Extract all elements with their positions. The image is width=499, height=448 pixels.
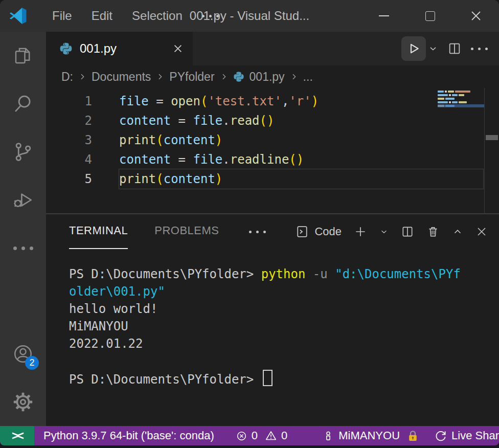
minimap-token bbox=[445, 91, 447, 93]
line-number: 5 bbox=[46, 172, 92, 186]
code-line-row: 2content = file.read() bbox=[46, 111, 499, 130]
ellipsis-icon bbox=[202, 15, 219, 17]
vscode-window: File Edit Selection 001.py - Visual Stud… bbox=[0, 0, 499, 445]
gear-icon bbox=[12, 391, 34, 413]
panel-more-icon[interactable] bbox=[249, 231, 266, 233]
code-token: open bbox=[171, 94, 200, 108]
minimap-token bbox=[452, 94, 458, 96]
close-button[interactable] bbox=[453, 0, 499, 32]
menu-more[interactable] bbox=[194, 13, 226, 19]
minimap-token bbox=[448, 91, 454, 93]
minimap-token bbox=[459, 94, 464, 96]
code-token: ) bbox=[267, 114, 274, 128]
minimap-line bbox=[438, 101, 485, 103]
tab-close-icon[interactable] bbox=[172, 43, 184, 54]
code-line[interactable]: content = file.read() bbox=[119, 110, 484, 131]
account-button[interactable]: 2 bbox=[0, 330, 46, 378]
code-token: file bbox=[193, 152, 223, 167]
tab-terminal[interactable]: TERMINAL bbox=[69, 214, 128, 249]
chevron-right-icon bbox=[156, 73, 164, 81]
code-token: ( bbox=[260, 114, 267, 128]
terminal-token: -u bbox=[313, 267, 328, 281]
tab-problems[interactable]: PROBLEMS bbox=[154, 214, 219, 249]
maximize-button[interactable] bbox=[407, 0, 453, 32]
remote-indicator[interactable]: >< bbox=[0, 426, 34, 445]
code-token: content bbox=[119, 114, 171, 128]
code-token: 'test.txt' bbox=[208, 94, 282, 108]
split-terminal-icon[interactable] bbox=[401, 225, 414, 238]
sidebar-item-explorer[interactable] bbox=[0, 32, 46, 80]
panel-header: TERMINAL PROBLEMS Code bbox=[46, 214, 499, 249]
split-editor-icon[interactable] bbox=[447, 41, 462, 56]
account-status[interactable]: MiMANYOU bbox=[315, 426, 427, 445]
menu-file[interactable]: File bbox=[44, 7, 80, 25]
breadcrumb: D: Documents PYfolder 001.py ... bbox=[46, 65, 499, 88]
sidebar-item-more[interactable] bbox=[0, 224, 46, 272]
breadcrumb-item-pyfolder[interactable]: PYfolder bbox=[169, 70, 214, 84]
terminal-token bbox=[328, 267, 335, 281]
menubar: File Edit Selection bbox=[44, 7, 226, 25]
code-line[interactable]: print(content) bbox=[119, 169, 484, 189]
code-line[interactable]: content = file.readline() bbox=[119, 149, 484, 170]
terminal-profile-button[interactable]: Code bbox=[295, 225, 342, 239]
more-actions-icon[interactable] bbox=[471, 48, 488, 50]
code-line-row: 4content = file.readline() bbox=[46, 150, 499, 169]
code-token: ) bbox=[297, 152, 304, 167]
code-line[interactable]: print(content) bbox=[119, 130, 484, 150]
chevron-down-icon[interactable] bbox=[379, 227, 389, 236]
python-interpreter-status[interactable]: Python 3.9.7 64-bit ('base': conda) bbox=[34, 426, 221, 445]
minimap-token bbox=[438, 98, 444, 100]
run-button[interactable] bbox=[401, 36, 426, 61]
tab-001py[interactable]: 001.py bbox=[46, 32, 193, 65]
warning-count: 0 bbox=[281, 429, 287, 442]
lock-icon bbox=[406, 429, 420, 443]
code-line[interactable]: file = open('test.txt','r') bbox=[119, 91, 484, 111]
live-share-status[interactable]: Live Shar bbox=[427, 426, 499, 445]
sidebar-item-source-control[interactable] bbox=[0, 128, 46, 176]
code-token: file bbox=[119, 94, 149, 108]
terminal-output[interactable]: PS D:\Documents\PYfolder> python -u "d:\… bbox=[46, 249, 499, 426]
sidebar-item-run-debug[interactable] bbox=[0, 176, 46, 224]
chevron-down-icon[interactable] bbox=[428, 43, 438, 54]
code-editor[interactable]: 1file = open('test.txt','r')2content = f… bbox=[46, 88, 499, 213]
trash-icon[interactable] bbox=[426, 225, 440, 238]
code-token: readline bbox=[230, 152, 289, 167]
code-token: print bbox=[119, 133, 156, 147]
breadcrumb-item-symbol[interactable]: ... bbox=[303, 70, 313, 84]
terminal-token: "d:\Documents\PYf bbox=[335, 267, 461, 281]
minimap-token bbox=[452, 101, 458, 103]
terminal-line: MiMANYOU bbox=[69, 318, 489, 335]
terminal-cursor bbox=[263, 370, 273, 386]
code-token: read bbox=[230, 114, 260, 128]
breadcrumb-item-drive[interactable]: D: bbox=[61, 70, 73, 84]
source-control-icon bbox=[12, 141, 34, 163]
terminal-token: hello world! bbox=[69, 302, 157, 316]
minimap-current-line bbox=[438, 104, 485, 107]
code-token: ) bbox=[215, 133, 222, 147]
run-button-group bbox=[401, 36, 438, 61]
files-icon bbox=[12, 45, 34, 66]
new-terminal-icon[interactable] bbox=[354, 225, 367, 238]
minimap-token bbox=[438, 91, 444, 93]
minimap[interactable] bbox=[438, 88, 485, 108]
chevron-up-icon[interactable] bbox=[452, 226, 463, 237]
minimize-button[interactable] bbox=[361, 0, 407, 32]
breadcrumb-item-documents[interactable]: Documents bbox=[92, 70, 151, 84]
code-token: , bbox=[282, 94, 289, 108]
menu-edit[interactable]: Edit bbox=[84, 7, 120, 25]
editor-scrollbar[interactable] bbox=[484, 88, 499, 213]
chevron-right-icon bbox=[78, 73, 86, 81]
live-share-icon bbox=[434, 429, 447, 442]
code-line-row: 1file = open('test.txt','r') bbox=[46, 92, 499, 111]
close-panel-icon[interactable] bbox=[475, 226, 488, 238]
code-token: = bbox=[149, 94, 171, 108]
person-icon bbox=[322, 430, 334, 442]
menu-selection[interactable]: Selection bbox=[124, 7, 190, 25]
problems-status[interactable]: 0 0 bbox=[229, 426, 295, 445]
vscode-logo bbox=[9, 7, 27, 25]
settings-button[interactable] bbox=[0, 378, 46, 426]
sidebar-item-search[interactable] bbox=[0, 80, 46, 128]
scrollbar-thumb[interactable] bbox=[486, 135, 498, 140]
breadcrumb-item-file[interactable]: 001.py bbox=[250, 70, 285, 84]
account-badge: 2 bbox=[25, 356, 39, 370]
